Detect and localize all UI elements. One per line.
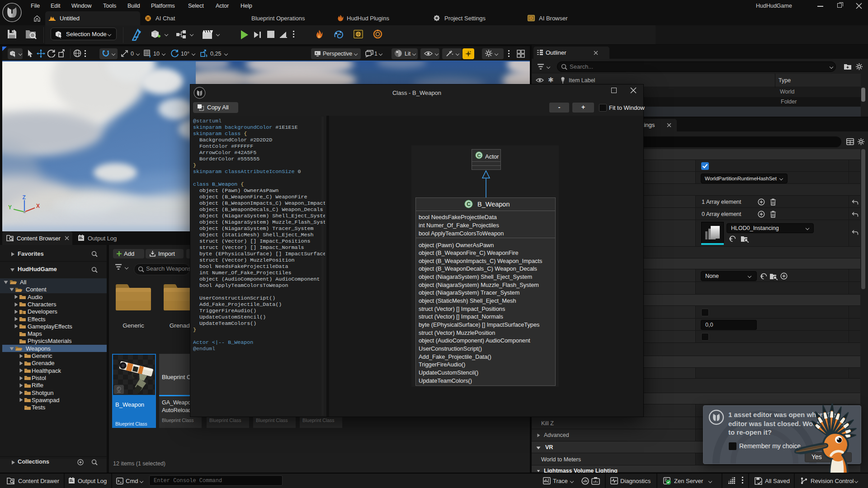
svg-text:Y: Y	[8, 204, 12, 211]
svg-text:Z: Z	[23, 195, 26, 201]
svg-text:X: X	[36, 203, 40, 209]
